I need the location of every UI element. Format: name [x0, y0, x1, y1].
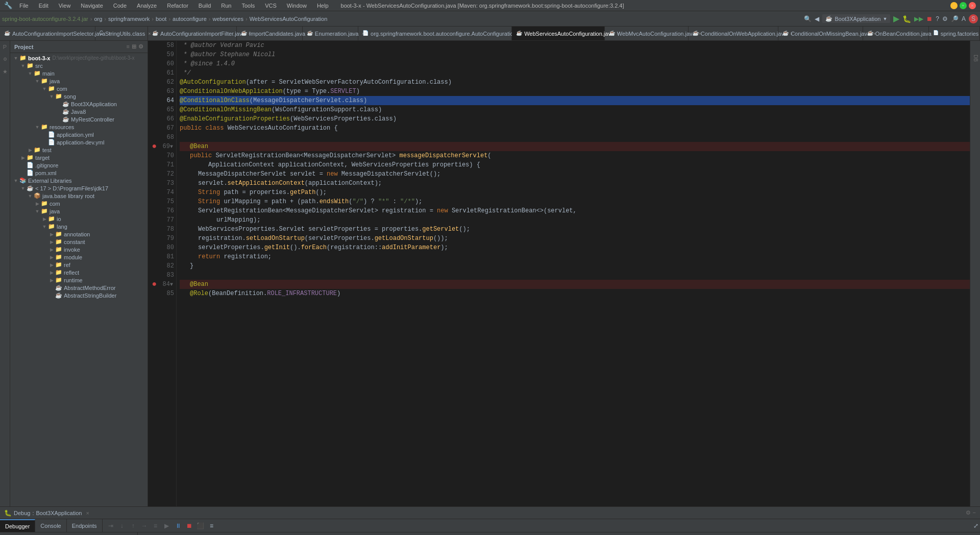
tree-item-io[interactable]: ▶ 📁 io	[10, 215, 148, 223]
tab-web-services-auto-config[interactable]: ☕ WebServicesAutoConfiguration.java ×	[512, 27, 605, 40]
close-button[interactable]: ×	[969, 2, 976, 9]
tree-item-gitignore[interactable]: ▶ 📄 .gitignore	[10, 161, 148, 169]
tab-conditional-on-missing-bean[interactable]: ☕ ConditionalOnMissingBean.java ×	[778, 27, 863, 40]
tab-spring-factories[interactable]: 📄 spring.factories ×	[929, 27, 980, 40]
breadcrumb-org[interactable]: org	[94, 16, 102, 22]
menu-edit[interactable]: Edit	[37, 2, 51, 10]
toolbar-icon-back[interactable]: ◀	[815, 15, 819, 22]
breadcrumb-webservices[interactable]: webservices	[212, 16, 243, 22]
database-icon[interactable]: DB	[970, 43, 981, 74]
settings-debug-icon[interactable]: ⚙	[966, 509, 971, 516]
menu-file[interactable]: File	[17, 2, 31, 10]
menu-build[interactable]: Build	[197, 2, 213, 10]
maximize-button[interactable]: +	[960, 2, 967, 9]
run-with-coverage-button[interactable]: ▶▶	[914, 15, 923, 22]
expand-all-icon[interactable]: ⊞	[132, 43, 136, 50]
close-debug-session[interactable]: ×	[86, 510, 89, 516]
breadcrumb-file[interactable]: WebServicesAutoConfiguration	[250, 16, 328, 22]
minimize-debug-icon[interactable]: −	[973, 509, 976, 516]
menu-navigate[interactable]: Navigate	[79, 2, 105, 10]
debug-pause[interactable]: ⏸	[174, 522, 182, 530]
tree-item-target[interactable]: ▶ 📁 target	[10, 154, 148, 161]
debug-evaluate[interactable]: ≡	[152, 522, 160, 530]
tree-item-abstract-string-builder[interactable]: ▶ ☕ AbstractStringBuilder	[10, 291, 148, 299]
menu-tools[interactable]: Tools	[239, 2, 257, 10]
debug-tab-console[interactable]: Console	[35, 519, 66, 532]
tab-on-bean-condition[interactable]: ☕ OnBeanCondition.java ×	[863, 27, 929, 40]
tree-item-song[interactable]: ▼ 📁 song	[10, 92, 148, 100]
favorites-icon[interactable]: ★	[1, 67, 9, 76]
menu-vcs[interactable]: VCS	[263, 2, 279, 10]
menu-code[interactable]: Code	[111, 2, 129, 10]
tab-import-candidates[interactable]: ☕ ImportCandidates.java ×	[237, 27, 303, 40]
tree-item-annotation[interactable]: ▶ 📁 annotation	[10, 230, 148, 238]
settings-panel-icon[interactable]: ⚙	[138, 43, 143, 50]
debug-expand-icon[interactable]: ⤢	[972, 522, 980, 530]
toolbar-icon-search[interactable]: 🔍	[804, 15, 812, 22]
code-content[interactable]: 58 59 60 61 62 63 64 65 66 67 68 ● 69 ▼ …	[148, 41, 970, 506]
tree-item-invoke[interactable]: ▶ 📁 invoke	[10, 246, 148, 253]
tree-item-runtime[interactable]: ▶ 📁 runtime	[10, 276, 148, 284]
tab-enumeration[interactable]: ☕ Enumeration.java ×	[303, 27, 358, 40]
menu-window[interactable]: Window	[285, 2, 309, 10]
tree-item-java-lib[interactable]: ▼ 📁 java	[10, 207, 148, 215]
fold-icon-84[interactable]: ▼	[170, 282, 173, 287]
toolbar-user[interactable]: S	[969, 14, 978, 23]
toolbar-translate[interactable]: A	[962, 15, 966, 22]
tree-item-external-libs[interactable]: ▼ 📚 External Libraries	[10, 177, 148, 184]
toolbar-help[interactable]: ?	[936, 15, 939, 22]
tree-item-com[interactable]: ▼ 📁 com	[10, 85, 148, 92]
tree-item-java-base[interactable]: ▼ 📦 java.base library root	[10, 192, 148, 200]
tab-auto-config-import-filter[interactable]: ☕ AutoConfigurationImportFilter.java ×	[148, 27, 237, 40]
tree-item-app-dev-yml[interactable]: ▶ 📄 application-dev.yml	[10, 138, 148, 146]
project-panel-toggle[interactable]: P	[1, 43, 9, 51]
tree-item-reflect[interactable]: ▶ 📁 reflect	[10, 269, 148, 276]
breadcrumb-boot[interactable]: boot	[156, 16, 166, 22]
tree-item-lang[interactable]: ▼ 📁 lang	[10, 223, 148, 230]
tree-item-src[interactable]: ▼ 📁 src	[10, 62, 148, 69]
breakpoint-69[interactable]: ●	[152, 142, 157, 151]
debug-tab-endpoints[interactable]: Endpoints	[67, 519, 103, 532]
settings-icon[interactable]: ⚙	[942, 15, 948, 22]
breadcrumb-autoconfigure[interactable]: autoconfigure	[173, 16, 207, 22]
debug-more[interactable]: ≡	[208, 522, 216, 530]
debug-stop[interactable]: ⏹	[185, 522, 193, 530]
menu-help[interactable]: Help	[315, 2, 331, 10]
tree-item-abstract-method-error[interactable]: ▶ ☕ AbstractMethodError	[10, 284, 148, 291]
breakpoint-84[interactable]: ●	[152, 280, 157, 289]
menu-run[interactable]: Run	[219, 2, 233, 10]
tree-item-java8[interactable]: ▶ ☕ Java8	[10, 108, 148, 115]
tree-item-myrestcontroller[interactable]: ▶ ☕ MyRestController	[10, 115, 148, 123]
run-config-name[interactable]: Boot3XApplication	[835, 16, 880, 22]
minimize-button[interactable]: −	[950, 2, 958, 9]
debug-mute-breakpoints[interactable]: ⬛	[197, 522, 205, 530]
stop-button[interactable]: ⏹	[926, 15, 933, 22]
collapse-all-icon[interactable]: ≡	[127, 43, 130, 50]
tree-item-jdk17[interactable]: ▼ ☕ < 17 > D:\ProgramFiles\jdk17	[10, 184, 148, 192]
tree-item-test[interactable]: ▶ 📁 test	[10, 146, 148, 154]
run-config-dropdown[interactable]: ▼	[883, 16, 887, 21]
tree-item-resources[interactable]: ▼ 📁 resources	[10, 123, 148, 131]
tree-item-com-lib[interactable]: ▶ 📁 com	[10, 200, 148, 207]
tab-string-utils[interactable]: C StringUtils.class ×	[95, 27, 148, 40]
tree-item-boot3x-app[interactable]: ▶ ☕ Boot3XApplication	[10, 100, 148, 108]
tree-item-java-src[interactable]: ▼ 📁 java	[10, 77, 148, 85]
code-lines[interactable]: * @author Vedran Pavic * @author Stephan…	[177, 41, 970, 506]
debug-step-out[interactable]: ↑	[129, 522, 137, 530]
tree-item-main[interactable]: ▼ 📁 main	[10, 69, 148, 77]
debug-step-into[interactable]: ↓	[118, 522, 126, 530]
tree-item-app-yml[interactable]: ▶ 📄 application.yml	[10, 131, 148, 138]
tree-item-module[interactable]: ▶ 📁 module	[10, 253, 148, 261]
tab-auto-config-import-selector[interactable]: ☕ AutoConfigurationImportSelector.java ×	[0, 27, 95, 40]
menu-view[interactable]: View	[57, 2, 73, 10]
breadcrumb-jar[interactable]: spring-boot-autoconfigure-3.2.4.jar	[2, 16, 88, 22]
tree-item-pom[interactable]: ▶ 📄 pom.xml	[10, 169, 148, 177]
debug-step-over[interactable]: ⇥	[107, 522, 115, 530]
debug-resume[interactable]: ▶	[163, 522, 171, 530]
tree-item-ref[interactable]: ▶ 📁 ref	[10, 261, 148, 269]
structure-icon[interactable]: ⚙	[1, 55, 9, 63]
tree-item-root[interactable]: ▼ 📁 boot-3-x D:\work\project\gitee-githu…	[10, 54, 148, 62]
run-button[interactable]: ▶	[893, 14, 899, 23]
menu-refactor[interactable]: Refactor	[165, 2, 190, 10]
tab-web-mvc-auto-config[interactable]: ☕ WebMvcAutoConfiguration.java ×	[605, 27, 689, 40]
